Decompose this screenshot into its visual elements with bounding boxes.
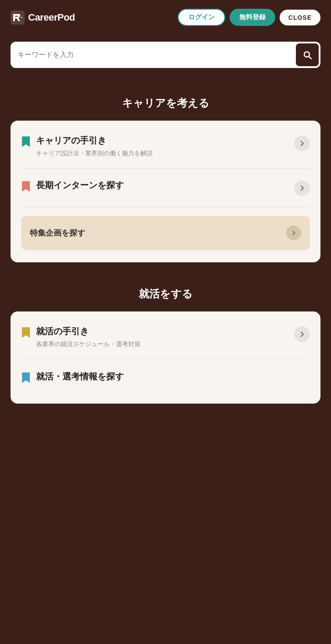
logo-icon — [11, 11, 25, 25]
job-guide-content: 就活の手引き 各業界の就活スケジュール・選考対策 — [36, 326, 289, 349]
section-job: 就活をする 就活の手引き 各業界の就活スケジュール・選考対策 — [0, 273, 331, 414]
career-guide-content: キャリアの手引き キャリア設計法・業界別の働く魅力を解説 — [36, 135, 289, 158]
job-guide-title: 就活の手引き — [36, 326, 289, 337]
section-career-title: キャリアを考える — [11, 96, 320, 110]
career-guide-item: キャリアの手引き キャリア設計法・業界別の働く魅力を解説 — [21, 133, 310, 165]
career-guide-chevron-button[interactable] — [294, 136, 310, 151]
chevron-right-icon — [299, 185, 306, 192]
search-box — [11, 42, 320, 68]
login-button[interactable]: ログイン — [178, 9, 225, 26]
career-guide-desc: キャリア設計法・業界別の働く魅力を解説 — [36, 148, 289, 158]
career-guide-title: キャリアの手引き — [36, 135, 289, 147]
job-info-content: 就活・選考情報を探す — [36, 371, 310, 384]
career-guide-bookmark-icon — [21, 136, 31, 148]
job-guide-item: 就活の手引き 各業界の就活スケジュール・選考対策 — [21, 324, 310, 356]
logo-text: CareerPod — [28, 12, 75, 23]
section-career: キャリアを考える キャリアの手引き キャリア設計法・業界別の働く魅力を解説 — [0, 82, 331, 273]
divider-3 — [21, 360, 310, 360]
job-guide-desc: 各業界の就活スケジュール・選考対策 — [36, 339, 289, 349]
job-info-item: 就活・選考情報を探す — [21, 369, 310, 391]
section-job-title: 就活をする — [11, 287, 320, 301]
section-career-card: キャリアの手引き キャリア設計法・業界別の働く魅力を解説 長期インターンを探す — [11, 121, 320, 262]
logo: CareerPod — [11, 11, 75, 25]
internship-chevron-button[interactable] — [294, 180, 310, 196]
chevron-right-icon — [299, 140, 306, 147]
search-button[interactable] — [296, 43, 319, 66]
special-feature-button[interactable]: 特集企画を探す — [21, 216, 310, 250]
special-feature-label: 特集企画を探す — [30, 228, 85, 238]
divider-1 — [21, 168, 310, 169]
job-guide-chevron-button[interactable] — [294, 326, 310, 342]
job-guide-bookmark-icon — [21, 326, 31, 339]
header: CareerPod ログイン 無料登録 CLOSE — [0, 0, 331, 35]
divider-2 — [21, 207, 310, 207]
section-job-card: 就活の手引き 各業界の就活スケジュール・選考対策 就活・選考情報を探す — [11, 311, 320, 403]
job-info-bookmark-icon — [21, 372, 31, 384]
register-button[interactable]: 無料登録 — [230, 9, 275, 26]
internship-item: 長期インターンを探す — [21, 178, 310, 203]
chevron-right-icon — [291, 230, 297, 236]
search-icon — [302, 50, 313, 60]
special-feature-chevron — [286, 225, 301, 240]
job-info-title: 就活・選考情報を探す — [36, 371, 310, 383]
chevron-right-icon — [299, 331, 306, 338]
close-button[interactable]: CLOSE — [280, 10, 320, 25]
header-actions: ログイン 無料登録 CLOSE — [178, 9, 320, 26]
internship-content: 長期インターンを探す — [36, 179, 289, 193]
internship-title: 長期インターンを探す — [36, 179, 289, 191]
search-area — [0, 35, 331, 82]
internship-bookmark-icon — [21, 180, 31, 193]
search-input[interactable] — [18, 45, 292, 65]
